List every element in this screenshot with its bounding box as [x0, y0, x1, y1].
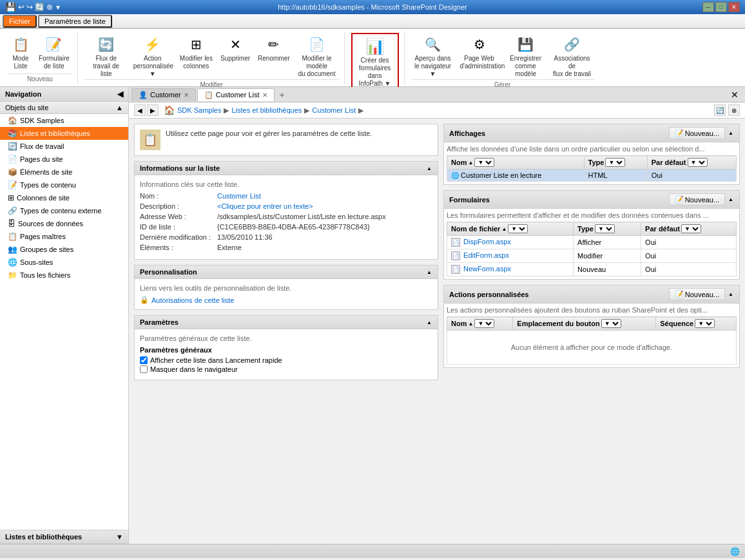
breadcrumb-refresh-btn[interactable]: 🔄: [714, 104, 726, 116]
sidebar-item-elements-site[interactable]: 📦 Éléments de site: [0, 166, 128, 179]
f-type-filter[interactable]: ▼: [595, 224, 615, 233]
perso-collapse-icon[interactable]: ▲: [426, 269, 432, 275]
formulaires-col-nom[interactable]: Nom de fichier ▲ ▼: [447, 222, 574, 236]
type-filter-select[interactable]: ▼: [605, 158, 625, 167]
field-desc-value[interactable]: <Cliquez pour entrer un texte>: [217, 202, 313, 210]
sidebar-collapse-btn[interactable]: ◀: [117, 90, 123, 99]
breadcrumb-sdk-samples[interactable]: SDK Samples: [177, 106, 221, 114]
sidebar-item-sources-donnees[interactable]: 🗄 Sources de données: [0, 217, 128, 230]
flux-travail-btn[interactable]: 🔄 Flux detravail de liste: [84, 33, 128, 79]
cb-lancement-rapide[interactable]: [140, 356, 148, 364]
actions-nouveau-btn[interactable]: 📝 Nouveau...: [669, 288, 725, 300]
info-collapse-icon[interactable]: ▲: [426, 165, 432, 171]
defaut-filter-select[interactable]: ▼: [688, 158, 708, 167]
sidebar-item-flux-travail[interactable]: 🔄 Flux de travail: [0, 140, 128, 153]
actions-col-sequence[interactable]: Séquence ▼: [656, 317, 737, 331]
refresh-icon[interactable]: 🔄: [35, 3, 44, 12]
f-defaut-filter[interactable]: ▼: [681, 224, 701, 233]
sidebar-item-types-contenu-ext[interactable]: 🔗 Types de contenu externe: [0, 204, 128, 217]
formulaires-section-header[interactable]: Formulaires 📝 Nouveau... ▲: [444, 191, 739, 209]
sidebar-item-sdk-samples[interactable]: 🏠 SDK Samples: [0, 114, 128, 127]
dropdown-icon[interactable]: ▼: [55, 4, 61, 11]
formulaire-liste-btn[interactable]: 📝 Formulairede liste: [36, 33, 72, 72]
a-seq-filter[interactable]: ▼: [695, 319, 715, 328]
page-admin-btn[interactable]: ⚙ Page Webd'administration: [458, 33, 501, 72]
actions-section-header[interactable]: Actions personnalisées 📝 Nouveau... ▲: [444, 285, 739, 304]
breadcrumb-stop-btn[interactable]: ⊗: [728, 104, 740, 116]
sidebar-item-sous-sites[interactable]: 🌐 Sous-sites: [0, 256, 128, 269]
nav-back-btn[interactable]: ◀: [134, 104, 146, 116]
sidebar-item-pages-site[interactable]: 📄 Pages du site: [0, 153, 128, 166]
formulaires-row-new[interactable]: 📄 NewForm.aspx Nouveau Oui: [447, 263, 737, 276]
sidebar-bottom-collapse[interactable]: ▼: [116, 533, 123, 541]
sidebar-item-types-contenu[interactable]: 📝 Types de contenu: [0, 179, 128, 191]
disp-form-link[interactable]: DispForm.aspx: [463, 238, 511, 246]
new-form-link[interactable]: NewForm.aspx: [463, 265, 511, 273]
tab-customer-close[interactable]: ✕: [184, 92, 189, 99]
actions-col-nom[interactable]: Nom ▲ ▼: [447, 317, 513, 331]
renommer-btn[interactable]: ✏ Renommer: [255, 33, 292, 64]
formulaires-nouveau-btn[interactable]: 📝 Nouveau...: [669, 193, 725, 206]
affichages-collapse-icon[interactable]: ▲: [728, 130, 734, 137]
breadcrumb-customer-list[interactable]: Customer List: [312, 106, 356, 114]
affichages-col-type[interactable]: Type ▼: [584, 156, 647, 169]
nav-forward-btn[interactable]: ▶: [147, 104, 159, 116]
sidebar-item-listes-biblio[interactable]: 📚 Listes et bibliothèques: [0, 127, 128, 140]
supprimer-btn[interactable]: ✕ Supprimer: [218, 33, 253, 64]
cb-masquer-navigateur[interactable]: [140, 365, 148, 373]
formulaires-col-type[interactable]: Type ▼: [574, 222, 641, 236]
sidebar-item-groupes-sites[interactable]: 👥 Groupes de sites: [0, 243, 128, 256]
sidebar-item-pages-maitres[interactable]: 📋 Pages maîtres: [0, 230, 128, 243]
sidebar-section-collapse[interactable]: ▲: [116, 104, 123, 111]
autorisations-text[interactable]: Autorisations de cette liste: [151, 296, 234, 304]
edit-form-link[interactable]: EditForm.aspx: [463, 251, 509, 259]
minimize-btn[interactable]: ─: [702, 2, 714, 12]
formulaires-col-defaut[interactable]: Par défaut ▼: [641, 222, 737, 236]
a-empl-filter[interactable]: ▼: [601, 319, 621, 328]
redo-icon[interactable]: ↪: [26, 3, 33, 12]
perso-section-header[interactable]: Personnalisation ▲: [135, 266, 438, 279]
save-icon[interactable]: 💾: [5, 2, 16, 12]
mode-liste-btn[interactable]: 📋 ModeListe: [8, 33, 34, 72]
autorisations-link[interactable]: 🔒 Autorisations de cette liste: [140, 296, 432, 304]
field-nom-value[interactable]: Customer List: [217, 192, 261, 200]
info-section-header[interactable]: Informations sur la liste ▲: [135, 162, 438, 175]
tab-customer[interactable]: 👤 Customer ✕: [131, 88, 196, 101]
formulaires-row-disp[interactable]: 📄 DispForm.aspx Afficher Oui: [447, 236, 737, 249]
stop-icon[interactable]: ⊗: [46, 3, 53, 12]
modifier-colonnes-btn[interactable]: ⊞ Modifier lescolonnes: [177, 33, 215, 72]
formulaires-row-edit[interactable]: 📄 EditForm.aspx Modifier Oui: [447, 249, 737, 263]
affichages-col-nom[interactable]: Nom ▲ ▼: [447, 156, 585, 169]
actions-collapse-icon[interactable]: ▲: [728, 291, 734, 298]
affichages-row-1[interactable]: 🌐 Customer Liste en lecture HTML Oui: [447, 169, 737, 182]
f-nom-filter[interactable]: ▼: [508, 224, 528, 233]
actions-empty-row: Aucun élément à afficher pour ce mode d'…: [447, 331, 737, 365]
affichages-nouveau-btn[interactable]: 📝 Nouveau...: [669, 127, 725, 139]
a-nom-filter[interactable]: ▼: [474, 319, 494, 328]
parametres-menu[interactable]: Paramètres de liste: [38, 15, 112, 28]
actions-col-emplacement[interactable]: Emplacement du bouton ▼: [513, 317, 656, 331]
action-perso-btn[interactable]: ⚡ Actionpersonnalisée ▼: [131, 33, 175, 79]
tab-customer-list-close[interactable]: ✕: [262, 92, 267, 99]
enregistrer-modele-btn[interactable]: 💾 Enregistrercomme modèle: [504, 33, 548, 79]
content-close-btn[interactable]: ✕: [727, 88, 742, 101]
creer-formulaires-btn[interactable]: 📊 Créer des formulairesdans InfoPath ▼: [353, 35, 397, 89]
params-section-header[interactable]: Paramètres ▲: [135, 316, 438, 329]
params-collapse-icon[interactable]: ▲: [426, 319, 432, 325]
sidebar-item-colonnes-site[interactable]: ⊞ Colonnes de site: [0, 191, 128, 204]
tab-add-btn[interactable]: +: [276, 89, 289, 101]
formulaires-collapse-icon[interactable]: ▲: [728, 197, 734, 203]
nom-filter-select[interactable]: ▼: [474, 158, 494, 167]
tab-customer-list[interactable]: 📋 Customer List ✕: [197, 88, 275, 101]
associations-flux-btn[interactable]: 🔗 Associations deflux de travail: [550, 33, 594, 79]
fichier-menu[interactable]: Fichier: [3, 15, 37, 28]
maximize-btn[interactable]: □: [715, 2, 727, 12]
affichages-section-header[interactable]: Affichages 📝 Nouveau... ▲: [444, 124, 739, 142]
sidebar-item-tous-fichiers[interactable]: 📁 Tous les fichiers: [0, 269, 128, 282]
undo-icon[interactable]: ↩: [18, 3, 24, 12]
apercu-navigateur-btn[interactable]: 🔍 Aperçu dansle navigateur ▼: [411, 33, 455, 79]
affichages-col-defaut[interactable]: Par défaut ▼: [647, 156, 736, 169]
modifier-modele-btn[interactable]: 📄 Modifier le modèledu document: [295, 33, 339, 79]
close-btn[interactable]: ✕: [728, 2, 740, 12]
breadcrumb-listes-biblio[interactable]: Listes et bibliothèques: [231, 106, 302, 114]
